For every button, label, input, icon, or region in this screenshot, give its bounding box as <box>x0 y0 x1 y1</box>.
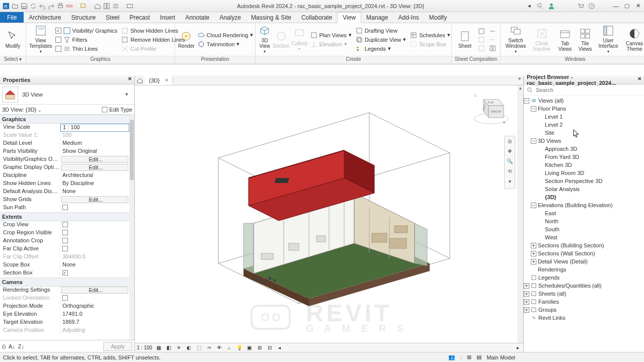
user-interface-button[interactable]: User Interface▾ <box>596 25 620 54</box>
thin-lines-button[interactable]: Thin Lines <box>54 45 119 53</box>
tree-node[interactable]: Level 2 <box>524 121 644 129</box>
tree-node[interactable]: East <box>524 209 644 217</box>
vc-icon-9[interactable]: 💡 <box>236 344 243 351</box>
type-dropdown-icon[interactable]: ▾ <box>125 91 132 98</box>
tree-node[interactable]: +Detail Views (Detail) <box>524 257 644 265</box>
qat-more-icon[interactable] <box>79 2 88 10</box>
tab-steel[interactable]: Steel <box>101 12 124 23</box>
property-row[interactable]: Section Box <box>0 269 129 278</box>
drafting-view-button[interactable]: Drafting View <box>355 27 408 35</box>
home-icon[interactable] <box>94 2 102 10</box>
sb-icon-1[interactable]: 👥 <box>448 354 455 360</box>
vc-icon-7[interactable]: 👁 <box>216 344 223 351</box>
search-app-icon[interactable] <box>536 2 544 10</box>
main-model-label[interactable]: Main Model <box>487 354 515 360</box>
vc-icon-3[interactable]: ☀ <box>176 344 183 351</box>
open-icon[interactable] <box>11 2 19 10</box>
tab-addins[interactable]: Add-Ins <box>393 12 424 23</box>
tab-annotate[interactable]: Annotate <box>180 12 214 23</box>
view-home-icon[interactable] <box>135 75 145 85</box>
qat-icon-3[interactable] <box>112 2 120 10</box>
tree-node[interactable]: Revit Links <box>524 314 644 322</box>
tab-modify[interactable]: Modify <box>424 12 452 23</box>
orbit-icon[interactable]: ⟲ <box>506 168 514 176</box>
tree-node[interactable]: −Views (all) <box>524 97 644 105</box>
tree-node[interactable]: −3D Views <box>524 137 644 145</box>
qat-icon-4[interactable] <box>126 2 134 10</box>
twinmotion-button[interactable]: Twinmotion ▾ <box>197 40 255 48</box>
tab-precast[interactable]: Precast <box>124 12 155 23</box>
property-row[interactable]: Crop View <box>0 221 129 229</box>
user-icon[interactable] <box>547 2 555 10</box>
save-icon[interactable] <box>20 2 28 10</box>
tile-views-button[interactable]: Tile Views <box>576 28 594 52</box>
modify-button[interactable]: Modify <box>3 30 23 49</box>
tab-views-button[interactable]: Tab Views <box>556 28 574 52</box>
tree-node[interactable]: Solar Analysis <box>524 185 644 193</box>
tree-node[interactable]: +Sheets (all) <box>524 290 644 298</box>
tree-node[interactable]: +Sections (Building Section) <box>524 241 644 249</box>
measure-icon[interactable] <box>65 2 73 10</box>
property-row[interactable]: Visibility/Graphics Overr...Edit... <box>0 156 129 164</box>
property-row[interactable]: View Scale1 : 100 <box>0 124 129 132</box>
navbar-more-icon[interactable]: ▾ <box>506 178 514 187</box>
sb-icon-2[interactable]: ⊞ <box>467 354 471 360</box>
property-row[interactable]: Rendering SettingsEdit... <box>0 287 129 295</box>
property-row[interactable]: Parts VisibilityShow Original <box>0 148 129 156</box>
tree-node[interactable]: Kitchen 3D <box>524 161 644 169</box>
property-row[interactable]: Eye Elevation17491.0 <box>0 311 129 319</box>
canvas-theme-button[interactable]: Canvas Theme <box>622 28 644 52</box>
tree-node[interactable]: +Schedules/Quantities (all) <box>524 282 644 290</box>
tab-manage[interactable]: Manage <box>361 12 393 23</box>
visibility-graphics-button[interactable]: Visibility/ Graphics <box>54 27 119 35</box>
property-row[interactable]: Target Elevation1869.7 <box>0 319 129 327</box>
browser-search-input[interactable] <box>536 87 641 93</box>
schedules-button[interactable]: Schedules ▾ <box>409 31 451 39</box>
file-tab[interactable]: File <box>0 12 24 23</box>
tree-node[interactable]: South <box>524 225 644 233</box>
property-row[interactable]: Show Hidden LinesBy Discipline <box>0 180 129 188</box>
view-tab-3d[interactable]: {3D}✕ <box>145 75 173 85</box>
vc-icon-right[interactable]: ▸ <box>514 344 521 351</box>
browser-close-icon[interactable]: ✕ <box>636 76 643 83</box>
tree-node[interactable]: Approach 3D <box>524 145 644 153</box>
property-row[interactable]: Detail LevelMedium <box>0 140 129 148</box>
view-tab-overflow-icon[interactable]: ▾ <box>516 75 523 85</box>
tree-node[interactable]: +Families <box>524 298 644 306</box>
duplicate-view-button[interactable]: Duplicate View ▾ <box>355 36 408 44</box>
property-row[interactable]: Projection ModeOrthographic <box>0 303 129 311</box>
cat-camera[interactable]: Camera <box>0 278 129 287</box>
property-row[interactable]: Sun Path <box>0 204 129 212</box>
redo-icon[interactable] <box>47 2 55 10</box>
vc-icon-5[interactable]: ⬚ <box>196 344 203 351</box>
property-row[interactable]: DisciplineArchitectural <box>0 172 129 180</box>
zoom-icon[interactable]: 🔍 <box>506 158 514 166</box>
property-row[interactable]: Show GridsEdit... <box>0 196 129 204</box>
tree-node[interactable]: Legends <box>524 274 644 282</box>
property-row[interactable]: Scope BoxNone <box>0 261 129 269</box>
tree-node[interactable]: Renderings <box>524 265 644 274</box>
fullnav-icon[interactable]: ◎ <box>506 138 514 146</box>
tree-node[interactable]: From Yard 3D <box>524 153 644 161</box>
tree-node[interactable]: Level 1 <box>524 113 644 121</box>
canvas-vscroll[interactable]: ▴ <box>517 85 523 343</box>
sort-icon-2[interactable]: A↓ <box>9 343 15 349</box>
tab-massing[interactable]: Massing & Site <box>246 12 296 23</box>
pan-icon[interactable]: ✥ <box>506 148 514 156</box>
viewcube[interactable]: TOP LEFT FRONT ⌂ ▾ <box>471 89 511 130</box>
vc-icon-1[interactable]: ▦ <box>155 344 163 351</box>
3d-canvas[interactable]: TOP LEFT FRONT ⌂ ▾ ◎ ✥ 🔍 ⟲ ▾ REVITG A M … <box>135 85 523 343</box>
tab-analyze[interactable]: Analyze <box>214 12 246 23</box>
sync-icon[interactable] <box>29 2 37 10</box>
sort-icon-3[interactable]: Z↓ <box>18 343 24 349</box>
cart-icon[interactable] <box>577 2 585 10</box>
nav-bar[interactable]: ◎ ✥ 🔍 ⟲ ▾ <box>504 136 515 189</box>
vc-icon-12[interactable]: ⊟ <box>266 344 273 351</box>
property-row[interactable]: Graphic Display OptionsEdit... <box>0 164 129 172</box>
tab-insert[interactable]: Insert <box>155 12 180 23</box>
edit-type-button[interactable]: Edit Type <box>102 107 132 113</box>
type-selector[interactable]: 3D View ▾ <box>0 84 134 105</box>
property-row[interactable]: Crop Region Visible <box>0 229 129 237</box>
tree-node[interactable]: Section Perspective 3D <box>524 177 644 185</box>
vc-icon-10[interactable]: ▣ <box>246 344 253 351</box>
